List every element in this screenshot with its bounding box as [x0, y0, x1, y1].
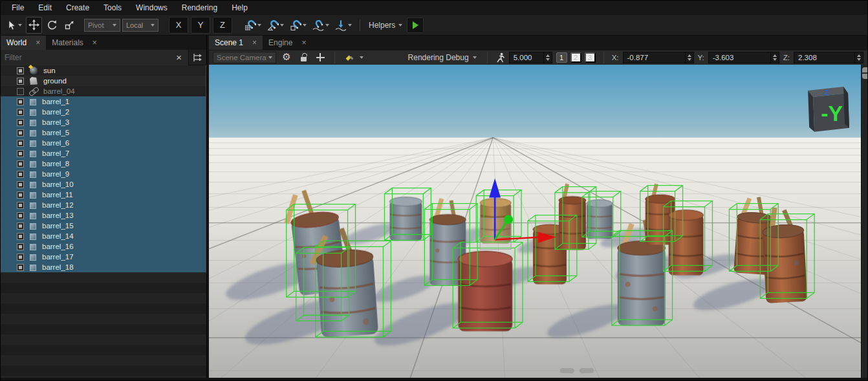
x-coordinate-field[interactable]: -0.877: [623, 52, 694, 63]
filter-options-button[interactable]: [188, 50, 206, 65]
visibility-checkbox[interactable]: [17, 264, 24, 271]
chevron-down-icon[interactable]: [348, 24, 352, 27]
tree-row[interactable]: barrel_1: [1, 96, 206, 107]
tree-row[interactable]: barrel_16: [1, 241, 206, 252]
tree-row[interactable]: barrel_6: [1, 138, 206, 148]
visibility-checkbox[interactable]: [17, 119, 24, 126]
rotate-tool-button[interactable]: [44, 17, 60, 34]
menu-item[interactable]: Tools: [96, 1, 129, 15]
close-icon[interactable]: ×: [301, 39, 306, 47]
tree-row[interactable]: barrel_18: [1, 262, 206, 272]
tree-row[interactable]: barrel_7: [1, 148, 206, 158]
tree-row[interactable]: sun: [1, 65, 206, 76]
visibility-checkbox[interactable]: [17, 202, 24, 209]
visibility-checkbox[interactable]: [17, 191, 24, 199]
menu-item[interactable]: Edit: [31, 1, 59, 15]
rendering-debug-dropdown[interactable]: Rendering Debug: [406, 53, 479, 62]
visibility-checkbox[interactable]: [17, 150, 24, 157]
tree-empty-area[interactable]: [1, 272, 206, 378]
visibility-checkbox[interactable]: [17, 98, 24, 105]
spinner-down-icon[interactable]: [773, 58, 777, 61]
tree-row[interactable]: barrel_15: [1, 221, 206, 231]
menu-item[interactable]: File: [5, 1, 31, 15]
chevron-down-icon[interactable]: [360, 56, 363, 59]
spinner-up-icon[interactable]: [688, 54, 691, 57]
tree-row[interactable]: barrel_14: [1, 231, 206, 241]
axis-constraint-button[interactable]: Z: [213, 17, 232, 34]
tree-row[interactable]: barrel_11: [1, 190, 206, 200]
visibility-checkbox[interactable]: [17, 109, 24, 116]
panel-tab[interactable]: Materials ×: [46, 36, 103, 50]
gizmo-y-arrowhead[interactable]: [504, 215, 513, 224]
spinner-up-icon[interactable]: [546, 54, 550, 57]
tree-row[interactable]: barrel_2: [1, 107, 206, 117]
visibility-checkbox[interactable]: [17, 243, 24, 250]
chevron-down-icon[interactable]: [303, 24, 307, 27]
tree-row[interactable]: barrel_9: [1, 169, 206, 179]
helpers-dropdown[interactable]: Helpers: [366, 21, 405, 30]
close-icon[interactable]: ×: [252, 39, 257, 47]
viewport-light-button[interactable]: [343, 51, 356, 64]
panel-tab[interactable]: World ×: [1, 36, 46, 50]
spinner-down-icon[interactable]: [546, 58, 550, 61]
menu-item[interactable]: Help: [224, 1, 255, 15]
close-icon[interactable]: ×: [92, 39, 97, 47]
z-coordinate-field[interactable]: 2.308: [794, 52, 863, 63]
play-button[interactable]: [407, 17, 424, 33]
camera-index-button[interactable]: 1: [556, 52, 567, 63]
filter-input[interactable]: [5, 53, 173, 62]
menu-item[interactable]: Rendering: [175, 1, 224, 15]
visibility-checkbox[interactable]: [17, 233, 24, 240]
viewport-canvas[interactable]: -Y Z: [209, 65, 861, 378]
coordinate-space-dropdown[interactable]: Local: [122, 19, 158, 32]
chevron-down-icon[interactable]: [18, 24, 22, 27]
spinner-control[interactable]: [543, 52, 552, 63]
lock-viewport-button[interactable]: [297, 51, 310, 64]
viewport-move-button[interactable]: [314, 51, 327, 64]
visibility-checkbox[interactable]: [17, 254, 24, 261]
select-tool-button[interactable]: [5, 17, 24, 34]
tree-row[interactable]: ground: [1, 76, 206, 86]
orientation-cube[interactable]: -Y Z: [808, 87, 849, 132]
y-coordinate-field[interactable]: -3.603: [708, 52, 779, 63]
scale-tool-button[interactable]: [61, 17, 77, 34]
tree-row[interactable]: barrel_5: [1, 127, 206, 138]
spinner-down-icon[interactable]: [857, 58, 861, 61]
tree-row[interactable]: barrel_8: [1, 158, 206, 169]
snap-grid-button[interactable]: [243, 17, 263, 34]
chevron-down-icon[interactable]: [257, 24, 261, 27]
viewport-tab[interactable]: Scene 1 ×: [209, 36, 263, 50]
visibility-checkbox[interactable]: [17, 67, 24, 74]
menu-item[interactable]: Windows: [129, 1, 175, 15]
snap-terrain-button[interactable]: [333, 17, 354, 34]
clear-filter-icon[interactable]: ×: [173, 52, 184, 62]
chevron-down-icon[interactable]: [325, 24, 329, 27]
spinner-down-icon[interactable]: [688, 58, 691, 61]
spinner-up-icon[interactable]: [857, 54, 861, 57]
close-icon[interactable]: ×: [36, 39, 40, 47]
viewport-tab[interactable]: Engine ×: [263, 36, 312, 50]
camera-select-dropdown[interactable]: Scene Camera: [213, 52, 276, 63]
chevron-down-icon[interactable]: [280, 24, 284, 27]
tree-row[interactable]: barrel_13: [1, 210, 206, 221]
tree-row[interactable]: barrel_12: [1, 200, 206, 210]
rollup-bar-grip[interactable]: [862, 67, 867, 79]
axis-constraint-button[interactable]: X: [169, 17, 188, 34]
camera-index-button[interactable]: 2: [570, 52, 581, 63]
snap-angle-button[interactable]: [265, 17, 286, 34]
camera-speed-field[interactable]: 5.000: [509, 52, 552, 63]
viewport-settings-button[interactable]: ⚙: [280, 51, 293, 64]
visibility-checkbox[interactable]: [17, 129, 24, 136]
camera-index-button[interactable]: 3: [585, 52, 596, 63]
spinner-control[interactable]: [685, 52, 693, 63]
visibility-checkbox[interactable]: [17, 88, 24, 95]
visibility-checkbox[interactable]: [17, 160, 24, 168]
menu-item[interactable]: Create: [59, 1, 96, 15]
tree-row[interactable]: barrel_04: [1, 86, 206, 96]
visibility-checkbox[interactable]: [17, 78, 24, 85]
snap-scale-button[interactable]: [288, 17, 309, 34]
tree-row[interactable]: barrel_3: [1, 117, 206, 127]
spinner-up-icon[interactable]: [773, 54, 777, 57]
spinner-control[interactable]: [854, 52, 863, 63]
axis-constraint-button[interactable]: Y: [191, 17, 210, 34]
